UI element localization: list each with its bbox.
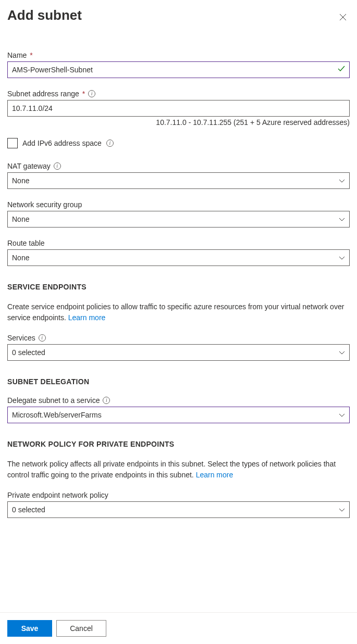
nat-gateway-select[interactable]: None: [7, 172, 350, 189]
info-icon[interactable]: i: [103, 397, 110, 404]
route-table-value: None: [12, 254, 29, 262]
nat-gateway-value: None: [12, 176, 29, 185]
required-indicator: *: [82, 90, 85, 98]
service-endpoints-desc: Create service endpoint policies to allo…: [7, 302, 344, 322]
route-table-label: Route table: [7, 239, 45, 247]
info-icon[interactable]: i: [106, 140, 114, 147]
close-button[interactable]: [336, 10, 350, 26]
service-endpoints-learn-more-link[interactable]: Learn more: [68, 313, 106, 322]
private-endpoint-policy-label: Private endpoint network policy: [7, 491, 108, 499]
delegation-select[interactable]: Microsoft.Web/serverFarms: [7, 407, 350, 423]
delegation-label: Delegate subnet to a service: [7, 396, 100, 405]
delegation-value: Microsoft.Web/serverFarms: [12, 411, 102, 419]
address-range-helper: 10.7.11.0 - 10.7.11.255 (251 + 5 Azure r…: [7, 118, 350, 127]
services-select[interactable]: 0 selected: [7, 344, 350, 361]
close-icon: [339, 14, 347, 22]
chevron-down-icon: [339, 507, 345, 513]
chevron-down-icon: [339, 178, 345, 184]
checkmark-icon: [337, 65, 346, 75]
subnet-delegation-heading: SUBNET DELEGATION: [7, 377, 350, 386]
nsg-select[interactable]: None: [7, 211, 350, 228]
required-indicator: *: [30, 51, 32, 59]
ipv6-checkbox[interactable]: [7, 138, 18, 148]
services-label: Services: [7, 334, 35, 342]
service-endpoints-heading: SERVICE ENDPOINTS: [7, 283, 350, 291]
save-button[interactable]: Save: [7, 620, 52, 637]
nsg-label: Network security group: [7, 200, 82, 209]
network-policy-heading: NETWORK POLICY FOR PRIVATE ENDPOINTS: [7, 440, 350, 448]
services-value: 0 selected: [12, 348, 45, 357]
address-range-input[interactable]: [7, 100, 350, 117]
private-endpoint-policy-select[interactable]: 0 selected: [7, 501, 350, 518]
panel-title: Add subnet: [7, 7, 82, 23]
chevron-down-icon: [339, 412, 345, 418]
info-icon[interactable]: i: [88, 90, 95, 97]
chevron-down-icon: [339, 349, 345, 356]
network-policy-learn-more-link[interactable]: Learn more: [196, 471, 233, 479]
private-endpoint-policy-value: 0 selected: [12, 506, 45, 514]
name-label: Name: [7, 51, 27, 59]
cancel-button[interactable]: Cancel: [56, 620, 106, 637]
network-policy-desc: The network policy affects all private e…: [7, 460, 336, 479]
info-icon[interactable]: i: [39, 334, 46, 342]
chevron-down-icon: [339, 255, 345, 261]
ipv6-label: Add IPv6 address space: [22, 139, 102, 147]
nat-gateway-label: NAT gateway: [7, 162, 51, 170]
name-input[interactable]: [7, 61, 350, 78]
route-table-select[interactable]: None: [7, 249, 350, 266]
info-icon[interactable]: i: [54, 162, 61, 170]
address-range-label: Subnet address range: [7, 90, 79, 98]
chevron-down-icon: [339, 216, 345, 222]
nsg-value: None: [12, 215, 29, 223]
